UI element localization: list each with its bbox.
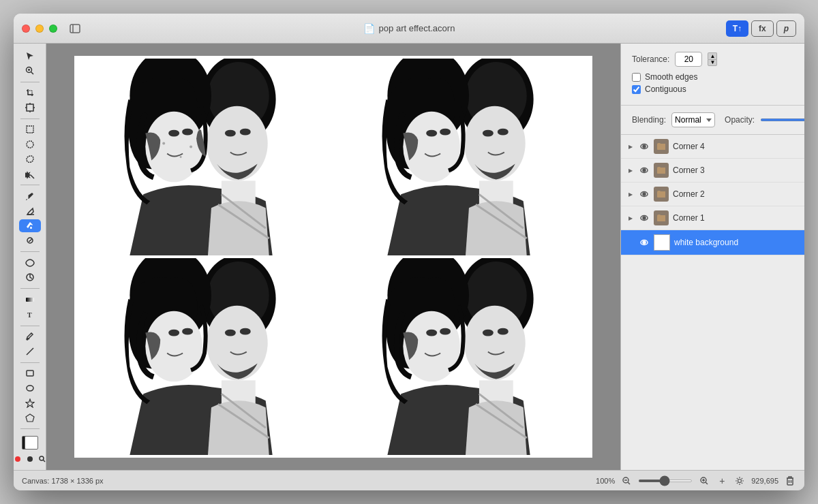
- layer-expand-corner4[interactable]: ▶: [626, 142, 635, 151]
- svg-point-83: [483, 330, 494, 336]
- layer-visibility-corner3[interactable]: [639, 165, 650, 176]
- svg-point-40: [182, 129, 193, 136]
- svg-point-45: [190, 146, 192, 148]
- svg-point-84: [498, 328, 509, 335]
- layer-corner4[interactable]: ▶ Corner 4: [621, 135, 804, 159]
- layer-corner3[interactable]: ▶ Corner 3: [621, 159, 804, 183]
- layer-visibility-corner4[interactable]: [639, 141, 650, 152]
- zoom-tool[interactable]: [19, 64, 41, 78]
- svg-rect-103: [787, 478, 793, 485]
- red-circle-icon[interactable]: [14, 454, 23, 464]
- star-tool[interactable]: [19, 396, 41, 410]
- levels-tool[interactable]: [19, 271, 41, 285]
- p-button[interactable]: p: [776, 20, 796, 37]
- svg-point-42: [240, 129, 251, 136]
- svg-text:T: T: [27, 311, 32, 319]
- svg-point-58: [498, 129, 509, 136]
- stepper-down[interactable]: ▼: [708, 59, 717, 66]
- svg-rect-0: [70, 25, 80, 33]
- stepper-up[interactable]: ▲: [708, 52, 717, 59]
- rect-tool[interactable]: [19, 366, 41, 380]
- fx-button[interactable]: fx: [751, 20, 774, 37]
- tolerance-row: Tolerance: ▲ ▼: [632, 52, 793, 67]
- window-title: pop art effect.acorn: [379, 23, 455, 33]
- polygon-tool[interactable]: [19, 411, 41, 425]
- left-toolbar: T: [14, 44, 46, 470]
- title-bar-actions: T↑ fx p: [726, 20, 796, 37]
- layer-visibility-corner1[interactable]: [639, 212, 650, 223]
- layer-expand-corner2[interactable]: ▶: [626, 190, 635, 198]
- separator7: [20, 362, 40, 363]
- layer-folder-icon-corner4: [654, 139, 669, 154]
- rect-select-tool[interactable]: [19, 123, 41, 136]
- clone-tool[interactable]: [19, 256, 41, 270]
- smooth-edges-row: Smooth edges: [632, 72, 793, 82]
- select-tool[interactable]: [19, 49, 41, 63]
- paint-bucket-tool[interactable]: [19, 219, 41, 233]
- svg-point-88: [643, 169, 646, 172]
- sidebar-toggle-button[interactable]: [68, 22, 82, 35]
- gear-button[interactable]: [733, 475, 746, 487]
- smooth-edges-checkbox[interactable]: [632, 73, 641, 82]
- tolerance-input[interactable]: [675, 52, 702, 67]
- layer-folder-icon-corner2: [654, 187, 669, 202]
- crop-tool[interactable]: [19, 86, 41, 99]
- zoom-out-button[interactable]: [620, 475, 633, 487]
- layer-white-background[interactable]: ▶ white background: [621, 230, 804, 255]
- close-button[interactable]: [22, 25, 30, 33]
- text-tool[interactable]: T: [19, 308, 41, 321]
- layer-visibility-white-bg[interactable]: [639, 237, 650, 248]
- svg-point-57: [483, 130, 494, 137]
- svg-point-39: [168, 130, 179, 137]
- color-swatch[interactable]: [19, 436, 41, 450]
- minimize-button[interactable]: [35, 25, 44, 33]
- zoom-slider[interactable]: [638, 479, 693, 482]
- svg-point-23: [27, 385, 33, 391]
- svg-rect-22: [27, 371, 33, 376]
- svg-point-68: [168, 330, 179, 336]
- lasso-tool[interactable]: [19, 153, 41, 166]
- zoom-in-button[interactable]: [698, 475, 710, 487]
- layer-corner1[interactable]: ▶ Corner 1: [621, 206, 804, 230]
- layer-expand-corner1[interactable]: ▶: [626, 214, 635, 222]
- pen-tool[interactable]: [19, 330, 41, 343]
- gradient-tool[interactable]: [19, 293, 41, 306]
- opacity-slider[interactable]: [760, 119, 804, 121]
- canvas-container: [74, 56, 592, 458]
- background-color[interactable]: [25, 436, 38, 450]
- svg-rect-7: [27, 104, 33, 111]
- canvas-area[interactable]: [46, 44, 620, 470]
- svg-point-92: [643, 217, 646, 219]
- add-layer-button[interactable]: +: [716, 475, 728, 487]
- smooth-edges-label: Smooth edges: [645, 72, 697, 82]
- svg-point-28: [40, 456, 44, 460]
- svg-point-56: [440, 129, 451, 136]
- layer-expand-corner3[interactable]: ▶: [626, 166, 635, 174]
- main-content: T: [14, 44, 804, 470]
- svg-point-81: [426, 330, 437, 336]
- eraser-tool[interactable]: [19, 204, 41, 218]
- delete-layer-button[interactable]: [784, 475, 796, 487]
- maximize-button[interactable]: [49, 25, 57, 33]
- layer-corner2[interactable]: ▶ Corner 2: [621, 183, 804, 206]
- svg-point-82: [440, 328, 451, 335]
- brush-tool[interactable]: [19, 189, 41, 203]
- traffic-lights: [22, 25, 57, 33]
- ellipse-tool[interactable]: [19, 381, 41, 395]
- blending-select[interactable]: Normal Multiply Screen Overlay: [671, 112, 715, 127]
- text-tool-button[interactable]: T↑: [726, 20, 748, 37]
- transform-tool[interactable]: [19, 101, 41, 114]
- layers-panel: ▶ Corner 4 ▶: [621, 135, 804, 470]
- tolerance-stepper[interactable]: ▲ ▼: [708, 52, 717, 66]
- canvas-quadrant-top-right: [335, 59, 590, 255]
- layer-visibility-corner2[interactable]: [639, 189, 650, 200]
- magic-wand-tool[interactable]: [19, 168, 41, 181]
- contiguous-checkbox[interactable]: [632, 85, 641, 94]
- dark-circle-icon[interactable]: [25, 454, 35, 464]
- svg-marker-24: [26, 399, 34, 407]
- ellipse-select-tool[interactable]: [19, 138, 41, 151]
- canvas-info: Canvas: 1738 × 1336 px: [22, 477, 104, 485]
- svg-point-90: [643, 193, 646, 195]
- line-tool[interactable]: [19, 345, 41, 358]
- smudge-tool[interactable]: [19, 234, 41, 247]
